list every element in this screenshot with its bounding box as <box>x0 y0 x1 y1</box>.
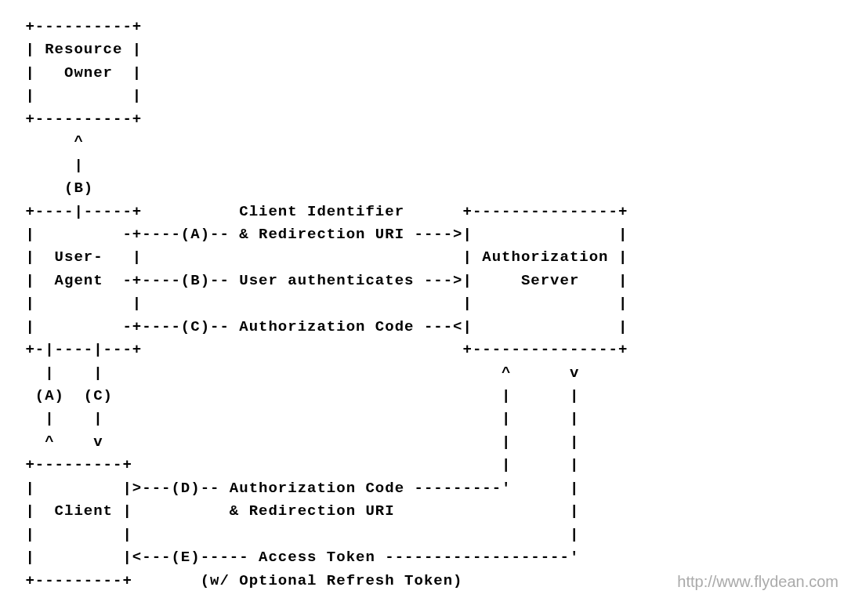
diagram-line: | | | | <box>16 410 579 427</box>
diagram-line: ^ v | | <box>16 433 579 451</box>
diagram-line: | |>---(D)-- Authorization Code --------… <box>16 480 579 497</box>
diagram-line: | | ^ v <box>16 364 579 382</box>
diagram-line: | Owner | <box>16 64 142 82</box>
diagram-line: +-|----|---+ +---------------+ <box>16 341 628 358</box>
watermark-url: http://www.flydean.com <box>677 573 838 591</box>
oauth-flow-diagram: +----------+ | Resource | | Owner | | | … <box>16 16 846 592</box>
diagram-line: | Agent -+----(B)-- User authenticates -… <box>16 272 628 289</box>
diagram-line: (A) (C) | | <box>16 387 579 404</box>
diagram-line: | | | | <box>16 295 628 312</box>
diagram-line: +----------+ <box>16 18 142 35</box>
diagram-line: +---------+ | | <box>16 456 579 473</box>
diagram-line: +----|-----+ Client Identifier +--------… <box>16 203 628 220</box>
diagram-line: ^ <box>16 133 84 150</box>
diagram-line: | |<---(E)----- Access Token -----------… <box>16 549 579 566</box>
diagram-line: | Resource | <box>16 41 142 58</box>
diagram-line: | <box>16 157 84 174</box>
diagram-line: | -+----(C)-- Authorization Code ---<| | <box>16 318 628 335</box>
diagram-line: | User- | | Authorization | <box>16 248 628 266</box>
diagram-line: | Client | & Redirection URI | <box>16 502 579 520</box>
diagram-line: +----------+ <box>16 111 142 128</box>
diagram-line: | -+----(A)-- & Redirection URI ---->| | <box>16 226 628 243</box>
diagram-line: (B) <box>16 179 93 197</box>
diagram-line: | | | <box>16 526 579 543</box>
diagram-line: | | <box>16 87 142 104</box>
diagram-line: +---------+ (w/ Optional Refresh Token) <box>16 572 463 589</box>
